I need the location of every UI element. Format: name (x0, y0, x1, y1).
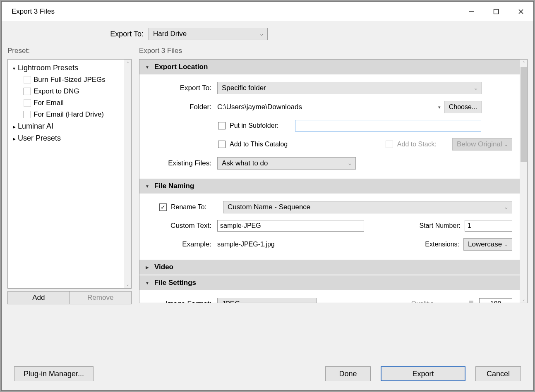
chevron-down-icon: ⌵ (348, 161, 351, 166)
checkbox-icon[interactable] (24, 99, 31, 107)
section-file-naming-body: Rename To: Custom Name - Sequence ⌵ Cust… (139, 194, 520, 260)
preset-item-label: Burn Full-Sized JPEGs (34, 76, 106, 84)
subfolder-input[interactable] (295, 120, 481, 131)
custom-text-label: Custom Text: (147, 222, 213, 230)
add-preset-button[interactable]: Add (7, 291, 70, 304)
rename-to-checkbox[interactable] (159, 203, 167, 211)
export-to-folder-select[interactable]: Specific folder ⌵ (217, 82, 482, 94)
subfolder-checkbox[interactable] (218, 122, 226, 129)
triangle-down-icon (144, 184, 150, 189)
maximize-button[interactable] (484, 2, 509, 21)
existing-files-select[interactable]: Ask what to do ⌵ (217, 157, 356, 170)
preset-group-user[interactable]: User Presets (10, 132, 130, 144)
scroll-up-icon: ⌃ (126, 61, 130, 65)
dialog-body: Export To: Hard Drive ⌵ Preset: Lightroo… (2, 21, 533, 390)
triangle-down-icon (144, 281, 150, 285)
chevron-down-icon: ⌵ (309, 301, 312, 304)
section-video-header[interactable]: Video (139, 260, 520, 275)
choose-folder-button[interactable]: Choose... (444, 101, 482, 113)
slider-thumb-icon[interactable] (469, 301, 473, 303)
export-to-select[interactable]: Hard Drive ⌵ (149, 28, 268, 40)
section-title: Video (154, 263, 173, 271)
triangle-down-icon[interactable] (10, 66, 18, 71)
chevron-down-icon[interactable]: ▾ (438, 105, 441, 110)
section-title: File Naming (154, 182, 194, 190)
add-stack-label: Add to Stack: (397, 141, 437, 148)
preset-item-label: Export to DNG (34, 87, 79, 96)
chevron-down-icon: ⌵ (505, 205, 508, 210)
preset-group-luminar[interactable]: Luminar AI (10, 120, 130, 132)
titlebar: Export 3 Files (2, 2, 533, 21)
triangle-right-icon (144, 265, 150, 270)
image-format-select[interactable]: JPEG ⌵ (217, 298, 317, 303)
checkbox-icon[interactable] (24, 111, 31, 118)
cancel-button[interactable]: Cancel (475, 366, 521, 381)
export-button[interactable]: Export (381, 366, 465, 381)
triangle-right-icon[interactable] (10, 136, 18, 141)
scroll-down-icon: ⌄ (126, 282, 130, 287)
minimize-button[interactable] (459, 2, 484, 21)
preset-item-label: For Email (Hard Drive) (34, 110, 104, 119)
preset-item-for-email[interactable]: For Email (10, 97, 130, 109)
stack-position-select: Below Original ⌵ (452, 138, 512, 151)
add-catalog-checkbox[interactable] (218, 141, 226, 148)
export-to-label: Export To: (110, 30, 144, 38)
minimize-icon (468, 9, 474, 14)
quality-label: Quality: (411, 300, 434, 303)
add-stack-checkbox (386, 141, 393, 148)
preset-group-label: Lightroom Presets (18, 64, 78, 72)
add-catalog-label: Add to This Catalog (230, 141, 288, 148)
export-destination-row: Export To: Hard Drive ⌵ (2, 21, 533, 47)
preset-item-for-email-hd[interactable]: For Email (Hard Drive) (10, 109, 130, 120)
export-to-label: Export To: (147, 84, 213, 92)
export-dialog: Export 3 Files Export To: Hard Drive ⌵ P… (1, 1, 534, 391)
example-label: Example: (147, 240, 213, 249)
checkbox-icon[interactable] (24, 88, 31, 95)
preset-item-export-dng[interactable]: Export to DNG (10, 86, 130, 97)
custom-text-input[interactable] (217, 220, 364, 232)
extensions-select[interactable]: Lowercase ⌵ (463, 238, 512, 251)
export-count-header: Export 3 Files (139, 47, 528, 55)
preset-group-lightroom[interactable]: Lightroom Presets (10, 62, 130, 74)
settings-panel: Export Location Export To: Specific fold… (139, 59, 528, 303)
section-file-settings-body: Image Format: JPEG ⌵ Quality: (139, 290, 520, 303)
quality-slider[interactable] (438, 301, 475, 303)
quality-input[interactable] (479, 298, 512, 303)
chevron-down-icon: ⌵ (475, 86, 477, 91)
rename-to-label: Rename To: (171, 203, 206, 211)
preset-item-label: For Email (34, 99, 64, 107)
subfolder-label: Put in Subfolder: (230, 122, 278, 129)
close-icon (518, 9, 524, 14)
remove-preset-button[interactable]: Remove (70, 291, 132, 304)
start-number-input[interactable] (465, 220, 512, 232)
chevron-down-icon: ⌵ (505, 142, 508, 147)
rename-template-select[interactable]: Custom Name - Sequence ⌵ (223, 201, 512, 213)
svg-rect-1 (494, 9, 499, 14)
triangle-down-icon (144, 65, 150, 69)
preset-item-burn-jpegs[interactable]: Burn Full-Sized JPEGs (10, 74, 130, 86)
checkbox-icon[interactable] (24, 76, 31, 84)
folder-label: Folder: (147, 103, 213, 111)
preset-header: Preset: (7, 47, 132, 55)
scroll-down-icon: ⌄ (520, 297, 527, 301)
chevron-down-icon: ⌵ (260, 31, 263, 37)
plugin-manager-button[interactable]: Plug-in Manager... (14, 366, 94, 381)
preset-scrollbar[interactable]: ⌃ ⌄ (124, 60, 131, 288)
section-file-naming-header[interactable]: File Naming (139, 179, 520, 194)
scrollbar-thumb[interactable] (521, 67, 527, 162)
triangle-right-icon[interactable] (10, 124, 18, 129)
example-value: sample-JPEG-1.jpg (217, 241, 275, 248)
bottom-bar: Plug-in Manager... Done Export Cancel (2, 357, 533, 390)
section-file-settings-header[interactable]: File Settings (139, 275, 520, 290)
section-export-location-header[interactable]: Export Location (139, 60, 520, 74)
scroll-up-icon: ⌃ (520, 61, 527, 65)
chevron-down-icon: ⌵ (505, 242, 508, 247)
settings-scrollbar[interactable]: ⌃ ⌄ (520, 60, 527, 303)
export-to-value: Hard Drive (153, 30, 187, 38)
start-number-label: Start Number: (419, 222, 461, 229)
close-button[interactable] (509, 2, 533, 21)
section-title: File Settings (154, 279, 196, 287)
section-title: Export Location (154, 63, 208, 71)
done-button[interactable]: Done (325, 366, 371, 381)
extensions-label: Extensions: (425, 241, 459, 248)
